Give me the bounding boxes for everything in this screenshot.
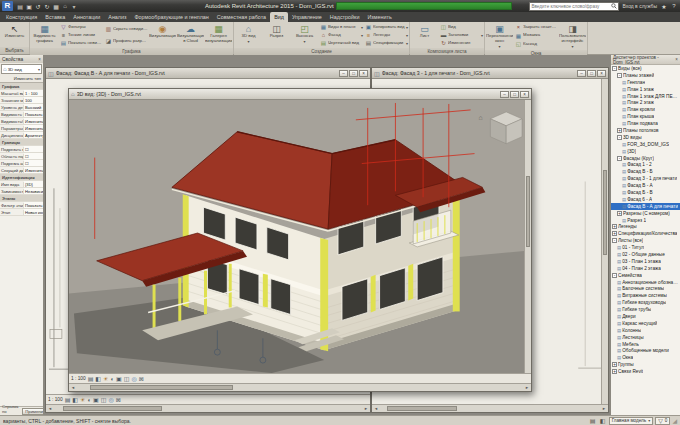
- viewcube-home-icon[interactable]: ⌂: [479, 114, 483, 121]
- detail-level-icon[interactable]: ▤: [88, 375, 94, 382]
- thin-lines-button[interactable]: ≡Тонкие линии: [59, 31, 103, 39]
- window-3d-view[interactable]: ⌂ 3D вид: {3D} - Dom_IGS.rvt – □ ×: [68, 88, 532, 392]
- tree-expander-icon[interactable]: -: [617, 135, 622, 140]
- switch-windows-button[interactable]: ▣Переключение окон▾: [486, 23, 513, 49]
- property-value[interactable]: ☐: [24, 160, 43, 166]
- close-hidden-button[interactable]: ×Закрыть неактивные: [514, 23, 558, 31]
- tree-item[interactable]: ▤04 - План 2 этажа: [611, 265, 680, 272]
- signin-label[interactable]: Вход в службы: [622, 3, 657, 9]
- tree-item[interactable]: ▤Мебель: [611, 341, 680, 348]
- worksets-icon[interactable]: ▤: [589, 417, 597, 424]
- tree-item[interactable]: ▤Обобщенные модели: [611, 348, 680, 355]
- tree-item[interactable]: ▤Витражные системы: [611, 292, 680, 299]
- cursor-button[interactable]: ↖Изменить: [1, 23, 28, 46]
- property-value[interactable]: {3D}: [24, 181, 43, 187]
- remove-hidden-button[interactable]: ▥Скрыть невидимые линии: [104, 25, 148, 33]
- ribbon-tab-3[interactable]: Анализ: [104, 12, 130, 22]
- drafting-view-button[interactable]: ▤Чертежный вид: [319, 39, 363, 47]
- tree-item[interactable]: ▤Фасад В - А для печати: [611, 203, 680, 210]
- print-icon[interactable]: ▦: [52, 3, 60, 10]
- tree-expander-icon[interactable]: +: [612, 231, 617, 236]
- property-value[interactable]: Новая конструкция: [24, 209, 43, 215]
- search-input[interactable]: [531, 2, 611, 10]
- property-row[interactable]: Уровень детализацииВысокий: [0, 104, 43, 111]
- section-button[interactable]: ◫Разрез: [263, 23, 290, 47]
- render-button[interactable]: ◉Визуализация: [149, 23, 176, 47]
- tree-item[interactable]: ▤План подвала: [611, 120, 680, 127]
- scrollbar-thumb[interactable]: [90, 385, 233, 390]
- selection-filter[interactable]: ▽ 0: [655, 417, 670, 425]
- property-row[interactable]: ЭтапНовая конструкция: [0, 209, 43, 216]
- tree-item[interactable]: ▤Лестницы: [611, 334, 680, 341]
- tree-item[interactable]: +Связи Revit: [611, 368, 680, 375]
- tree-item[interactable]: -3D виды: [611, 134, 680, 141]
- tree-item[interactable]: +Легенды: [611, 223, 680, 230]
- tree-expander-icon[interactable]: +: [617, 128, 622, 133]
- save-icon[interactable]: ▣: [25, 3, 33, 10]
- property-value[interactable]: Независимый: [24, 188, 43, 194]
- viewport-3d[interactable]: ⌂: [69, 100, 524, 373]
- tree-item[interactable]: ▤План крыша: [611, 113, 680, 120]
- tree-item[interactable]: ▤План 1 этаж ДЛЯ ПЕЧАТИ: [611, 93, 680, 100]
- crop-visible-icon[interactable]: ◫: [101, 396, 107, 403]
- tree-item[interactable]: ▤{3D}: [611, 148, 680, 155]
- scrollbar-thumb[interactable]: [387, 406, 457, 411]
- property-row[interactable]: Подрезка аннотаций☐: [0, 160, 43, 167]
- property-row[interactable]: Значение масштаба100: [0, 97, 43, 104]
- sun-path-icon[interactable]: ☀: [103, 375, 108, 382]
- tree-item[interactable]: ▤Фасад Б - В: [611, 189, 680, 196]
- crop-view-icon[interactable]: ▣: [116, 375, 122, 382]
- sheet-button[interactable]: ▭Лист: [411, 23, 438, 47]
- ribbon-tab-7[interactable]: Управление: [288, 12, 326, 22]
- edit-type-button[interactable]: Изменить тип: [0, 75, 43, 82]
- window-close-button[interactable]: ×: [520, 91, 529, 98]
- property-value[interactable]: Изменить...: [24, 125, 43, 131]
- property-row[interactable]: Подрезать вид☐: [0, 146, 43, 153]
- property-value[interactable]: Показать все: [24, 202, 43, 208]
- tree-item[interactable]: ▤FOR_3d_DOM_IGS: [611, 141, 680, 148]
- user-interface-button[interactable]: ◨Пользовательский интерфейс▾: [559, 23, 586, 49]
- legends-button[interactable]: ≡Легенды▾: [364, 31, 408, 39]
- tree-item[interactable]: ▤Фасад 3 - 1 для печати: [611, 175, 680, 182]
- window-restore-button[interactable]: □: [587, 70, 596, 77]
- property-value[interactable]: 100: [24, 97, 43, 103]
- close-icon[interactable]: ×: [38, 57, 41, 62]
- cut-profile-button[interactable]: ◪Профиль разреза: [104, 37, 148, 45]
- window-minimize-button[interactable]: –: [577, 70, 586, 77]
- horizontal-scrollbar[interactable]: ◄ ►: [372, 404, 608, 412]
- tree-item[interactable]: +Спецификации/Количества: [611, 230, 680, 237]
- tile-button[interactable]: ▦Мозаика: [514, 32, 558, 40]
- tree-expander-icon[interactable]: +: [617, 211, 622, 216]
- view-scale[interactable]: 1 : 100: [71, 376, 86, 381]
- shadows-icon[interactable]: ◐: [87, 397, 91, 403]
- tree-item[interactable]: ▤План 1 этаж: [611, 86, 680, 93]
- property-row[interactable]: Фильтр этаповПоказать все: [0, 202, 43, 209]
- property-value[interactable]: Высокий: [24, 104, 43, 110]
- property-value[interactable]: Архитектура: [24, 132, 43, 138]
- tree-item[interactable]: ▤Каркас несущий: [611, 320, 680, 327]
- detail-level-icon[interactable]: ▤: [65, 396, 71, 403]
- sun-path-icon[interactable]: ☀: [80, 396, 85, 403]
- tree-item[interactable]: ▤Фасад В - Б: [611, 168, 680, 175]
- tree-item[interactable]: +Разрезы (С номером): [611, 210, 680, 217]
- redo-icon[interactable]: ↻: [43, 3, 51, 10]
- render-gallery-button[interactable]: ▦Галерея визуализации: [205, 23, 232, 47]
- property-row[interactable]: Масштаб вида1 : 100: [0, 90, 43, 97]
- ribbon-tab-9[interactable]: Изменить: [363, 12, 395, 22]
- tree-expander-icon[interactable]: -: [612, 238, 617, 243]
- plan-views-button[interactable]: ▦Виды в плане▾: [319, 23, 363, 31]
- close-icon[interactable]: ×: [675, 57, 678, 62]
- unlocked-3d-icon[interactable]: ⊠: [116, 396, 121, 403]
- property-value[interactable]: ☐: [24, 146, 43, 152]
- vertical-scrollbar[interactable]: [601, 79, 608, 404]
- titleblock-button[interactable]: ▬Заголовки▾: [439, 31, 483, 39]
- scroll-right-icon[interactable]: ►: [362, 406, 370, 411]
- tree-item[interactable]: -Семейства: [611, 272, 680, 279]
- tree-item[interactable]: ▤Балочные системы: [611, 286, 680, 293]
- tree-item[interactable]: ▤Генплан: [611, 79, 680, 86]
- chevron-icon[interactable]: ▾: [70, 3, 78, 10]
- filter-button[interactable]: ▽Фильтры: [59, 23, 103, 31]
- scroll-left-icon[interactable]: ◄: [69, 385, 77, 390]
- property-value[interactable]: Изменить...: [24, 167, 43, 173]
- tree-item[interactable]: ▤01 - Титул: [611, 244, 680, 251]
